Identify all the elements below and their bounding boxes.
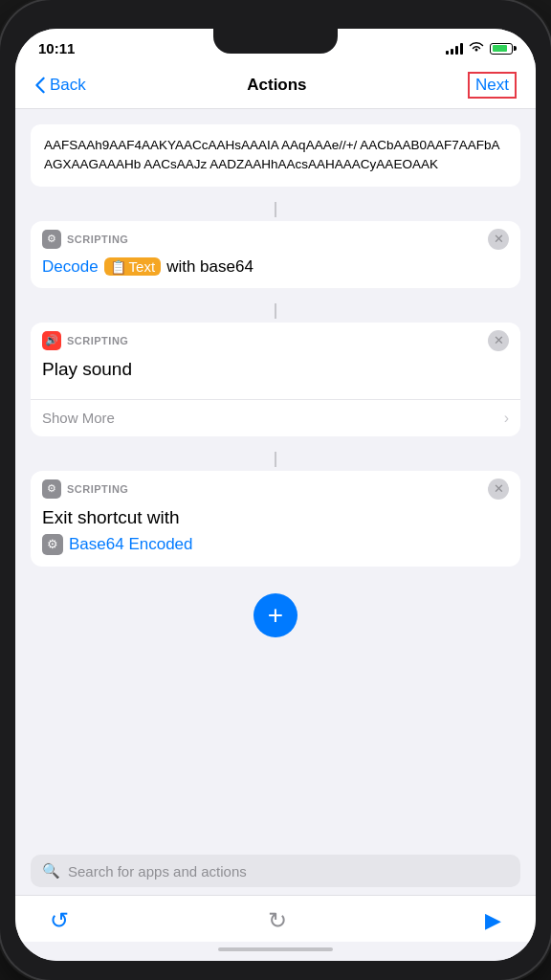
exit-shortcut-body: Exit shortcut with ⚙ Base64 Encoded (31, 503, 520, 567)
search-bar[interactable]: 🔍 Search for apps and actions (31, 855, 520, 887)
home-bar (218, 947, 333, 951)
connector-3 (31, 448, 520, 471)
bottom-toolbar: ↺ ↻ ▶ (15, 895, 536, 942)
exit-shortcut-title: Exit shortcut with (42, 507, 509, 528)
status-icons (446, 41, 513, 56)
text-badge-icon: 📋 (110, 259, 126, 275)
play-sound-header-left: 🔊 SCRIPTING (42, 331, 128, 350)
scripting-label-2: SCRIPTING (67, 335, 128, 346)
play-sound-card: 🔊 SCRIPTING ✕ Play sound Show More › (31, 323, 520, 436)
base64-encoded-badge[interactable]: ⚙ Base64 Encoded (42, 534, 509, 555)
scripting-gear-icon-2: ⚙ (42, 479, 61, 499)
decode-button[interactable]: Decode (42, 257, 99, 277)
back-button[interactable]: Back (34, 76, 86, 95)
battery-icon (490, 43, 513, 55)
base64-text-block: AAFSAAh9AAF4AAKYAACcAAHsAAAIA AAqAAAe//+… (31, 124, 520, 187)
chevron-right-icon: › (504, 410, 509, 427)
connector-2 (31, 300, 520, 323)
notch (213, 29, 338, 54)
redo-button[interactable]: ↻ (268, 907, 287, 934)
base64-content: AAFSAAh9AAF4AAKYAACcAAHsAAAIA AAqAAAe//+… (44, 138, 500, 171)
scripting-label-3: SCRIPTING (67, 483, 128, 495)
play-button[interactable]: ▶ (485, 908, 501, 933)
play-sound-body: Play sound (31, 355, 520, 399)
text-badge-label: Text (129, 258, 156, 275)
exit-shortcut-close-button[interactable]: ✕ (488, 479, 509, 500)
play-sound-close-button[interactable]: ✕ (488, 330, 509, 351)
scripting-label-1: SCRIPTING (67, 234, 128, 245)
exit-shortcut-header-left: ⚙ SCRIPTING (42, 479, 128, 499)
show-more-label: Show More (42, 410, 115, 426)
scripting-speaker-icon: 🔊 (42, 331, 61, 350)
with-base64-text: with base64 (166, 257, 253, 277)
play-sound-header: 🔊 SCRIPTING ✕ (31, 323, 520, 355)
text-badge[interactable]: 📋 Text (104, 257, 162, 276)
main-content: AAFSAAh9AAF4AAKYAACcAAHsAAAIA AAqAAAe//+… (15, 109, 536, 855)
gear-badge-icon: ⚙ (42, 534, 63, 555)
decode-card-header: ⚙ SCRIPTING ✕ (31, 221, 520, 254)
exit-shortcut-header: ⚙ SCRIPTING ✕ (31, 471, 520, 503)
base64-encoded-label: Base64 Encoded (69, 535, 193, 554)
show-more-row[interactable]: Show More › (31, 399, 520, 436)
phone-screen: 10:11 (15, 29, 536, 961)
decode-card: ⚙ SCRIPTING ✕ Decode 📋 Text with base64 (31, 221, 520, 288)
decode-close-button[interactable]: ✕ (488, 229, 509, 250)
search-icon: 🔍 (42, 862, 60, 880)
signal-icon (446, 43, 463, 55)
wifi-icon (469, 41, 484, 56)
connector-1 (31, 198, 520, 221)
next-button[interactable]: Next (468, 72, 517, 99)
status-time: 10:11 (38, 40, 75, 56)
exit-shortcut-card: ⚙ SCRIPTING ✕ Exit shortcut with ⚙ Base6… (31, 471, 520, 567)
search-placeholder: Search for apps and actions (68, 863, 247, 880)
phone-frame: 10:11 (0, 0, 551, 980)
decode-body: Decode 📋 Text with base64 (31, 254, 520, 288)
back-label: Back (50, 76, 86, 95)
decode-header-left: ⚙ SCRIPTING (42, 230, 128, 249)
undo-button[interactable]: ↺ (50, 907, 69, 934)
nav-bar: Back Actions Next (15, 62, 536, 109)
home-indicator (15, 942, 536, 961)
add-action-button[interactable]: + (253, 593, 298, 637)
add-button-container: + (31, 578, 520, 653)
search-bar-container: 🔍 Search for apps and actions (15, 855, 536, 895)
nav-title: Actions (247, 76, 306, 95)
play-sound-title: Play sound (42, 359, 509, 380)
scripting-gear-icon-1: ⚙ (42, 230, 61, 249)
decode-line: Decode 📋 Text with base64 (42, 257, 509, 277)
